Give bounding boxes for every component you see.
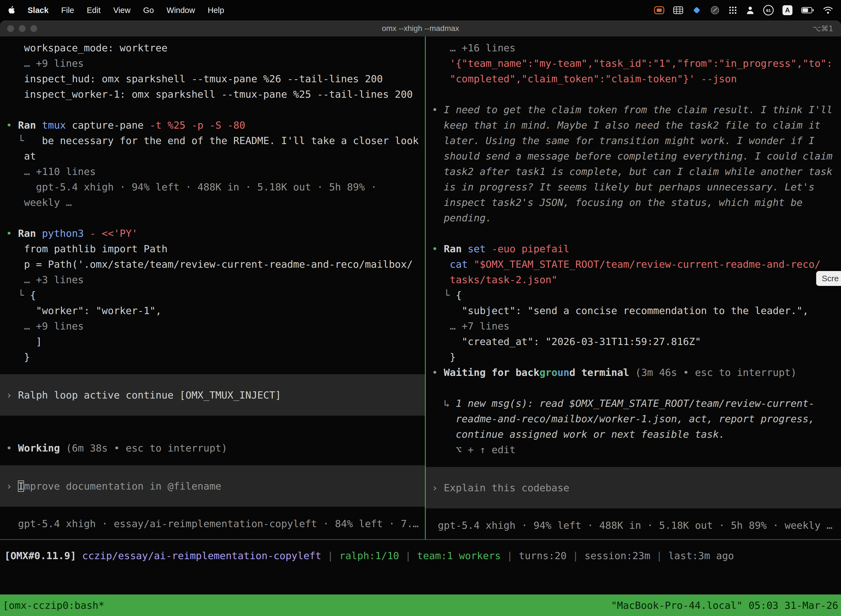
terminal-line: at [6, 148, 425, 164]
input-source-icon[interactable]: A [782, 5, 793, 15]
text-segment: • [432, 104, 444, 115]
text-segment: -euo pipefail [492, 243, 570, 254]
text-segment: readme-and-reco/mailbox/worker-1.json, a… [432, 413, 815, 424]
text-segment: Waiting for back [444, 367, 539, 378]
terminal-line: • Working (6m 38s • esc to interrupt) [6, 440, 425, 456]
window-shortcut: ⌥⌘1 [813, 24, 833, 33]
text-segment: • [432, 243, 444, 254]
terminal-line: • Waiting for background terminal (3m 46… [432, 365, 841, 380]
text-segment: Explain this codebase [444, 482, 569, 493]
terminal-line: ↳ 1 new msg(s): read $OMX_TEAM_STATE_ROO… [432, 396, 841, 411]
terminal-line: • Ran set -euo pipefail [432, 241, 841, 257]
dots-grid-icon[interactable] [728, 6, 737, 15]
prompt-suggestion[interactable]: › Explain this codebase [426, 467, 841, 508]
menu-file[interactable]: File [61, 6, 74, 15]
text-segment: "subject": "send a concise recommendatio… [432, 305, 809, 316]
text-segment: team:1 workers [417, 550, 501, 561]
active-app-name[interactable]: Slack [28, 6, 48, 15]
text-segment: … +9 lines [6, 320, 84, 332]
dark-app-icon[interactable] [710, 6, 719, 15]
person-icon[interactable] [746, 6, 755, 15]
ralph-loop-banner: › Ralph loop active continue [OMX_TMUX_I… [0, 374, 425, 416]
terminal-line: cat "$OMX_TEAM_STATE_ROOT/team/review-cu… [432, 257, 841, 272]
text-segment: gpt-5.4 xhigh · essay/ai-reimplementatio… [6, 518, 419, 529]
terminal-line: … +9 lines [6, 56, 425, 71]
grid-icon[interactable] [673, 6, 683, 14]
text-segment: { [456, 289, 462, 301]
text-segment: d terminal [570, 367, 635, 378]
text-segment: p = Path('.omx/state/team/review-current… [6, 259, 413, 270]
terminal-window: omx --xhigh --madmax ⌥⌘1 workspace_mode:… [0, 21, 841, 616]
text-segment: task2 after task1 is complete, but can I… [432, 166, 832, 177]
terminal-line [432, 226, 841, 241]
menu-edit[interactable]: Edit [87, 6, 101, 15]
terminal-line: } [6, 349, 425, 365]
menu-items: FileEditViewGoWindowHelp [61, 6, 224, 15]
tmux-pane-right: … +16 lines '{"team_name":"my-team","tas… [426, 37, 841, 539]
text-segment: | [567, 550, 585, 561]
menu-view[interactable]: View [113, 6, 130, 15]
terminal-line: … +110 lines [6, 164, 425, 179]
text-segment: … +9 lines [6, 58, 84, 69]
wifi-icon[interactable] [823, 6, 833, 14]
terminal-line: └ be necessary for the end of the README… [6, 133, 425, 148]
screen-recording-icon[interactable] [654, 6, 664, 14]
text-segment: } [432, 351, 456, 363]
terminal-line: readme-and-reco/mailbox/worker-1.json, a… [432, 411, 841, 427]
text-segment: ⌥ + ↑ edit [432, 444, 516, 455]
text-segment: } [6, 351, 30, 363]
text-segment: … +110 lines [6, 166, 96, 177]
text-segment: └ [432, 289, 456, 301]
prompt-suggestion[interactable]: › Improve documentation in @filename [0, 465, 425, 507]
text-segment: Ran [18, 228, 42, 239]
apple-icon[interactable] [8, 6, 15, 15]
terminal-line: task2 after task1 is complete, but can I… [432, 164, 841, 179]
zoom-button[interactable] [30, 25, 37, 32]
raycast-icon[interactable] [692, 6, 701, 15]
text-segment: set [468, 243, 492, 254]
text-segment: • [432, 367, 444, 378]
menubar-left: Slack FileEditViewGoWindowHelp [8, 6, 224, 15]
text-segment: … +16 lines [432, 42, 516, 54]
text-segment: (6m 38s • esc to interrupt) [66, 442, 227, 454]
window-titlebar[interactable]: omx --xhigh --madmax ⌥⌘1 [0, 21, 841, 37]
text-segment: python3 [42, 228, 90, 239]
terminal-line [6, 102, 425, 117]
text-segment: inspect task2's JSON, focusing on the st… [432, 197, 803, 208]
terminal-line: • I need to get the claim token from the… [432, 102, 841, 117]
battery-icon[interactable] [801, 7, 814, 13]
tmux-host-clock: "MacBook-Pro-44.local" 05:03 31-Mar-26 [611, 600, 838, 611]
terminal-line: weekly … [6, 195, 425, 210]
terminal-line: • Ran tmux capture-pane -t %25 -p -S -80 [6, 117, 425, 133]
menu-go[interactable]: Go [143, 6, 154, 15]
terminal-line: '{"team_name":"my-team","task_id":"1","f… [432, 56, 841, 71]
text-segment: I [18, 481, 24, 492]
text-segment: • [6, 442, 18, 454]
text-segment: └ [6, 135, 42, 146]
text-segment: is in progress? It seems likely but perh… [432, 181, 815, 193]
text-segment: | [399, 550, 417, 561]
window-title: omx --xhigh --madmax [382, 24, 459, 33]
terminal-content: workspace_mode: worktree … +9 lines insp… [0, 37, 841, 539]
terminal-line: inspect task2's JSON, focusing on the st… [432, 195, 841, 210]
terminal-line [432, 380, 841, 396]
text-segment: - <<'PY' [90, 228, 138, 239]
text-segment: "created_at": "2026-03-31T11:59:27.816Z" [432, 336, 701, 347]
close-button[interactable] [7, 25, 14, 32]
text-segment: gpt-5.4 xhigh · 94% left · 488K in · 5.1… [6, 181, 377, 193]
text-segment: cat [450, 259, 474, 270]
text-segment: cczip/essay/ai-reimplementation-copyleft [82, 550, 321, 561]
minimize-button[interactable] [19, 25, 26, 32]
text-segment: | [321, 550, 339, 561]
text-segment: "worker": "worker-1", [6, 305, 162, 316]
terminal-line: "completed","claim_token":"claim-token"}… [432, 71, 841, 87]
text-segment: mprove documentation in @filename [24, 481, 221, 492]
menu-window[interactable]: Window [167, 6, 195, 15]
text-segment: └ [6, 289, 30, 301]
text-segment: … +3 lines [6, 274, 84, 285]
terminal-line: … +3 lines [6, 272, 425, 287]
menu-help[interactable]: Help [208, 6, 224, 15]
battery-percentage-icon[interactable]: 61 [763, 5, 774, 15]
screen-notification-tooltip: Scre [816, 271, 841, 286]
terminal-line: ] [6, 334, 425, 349]
